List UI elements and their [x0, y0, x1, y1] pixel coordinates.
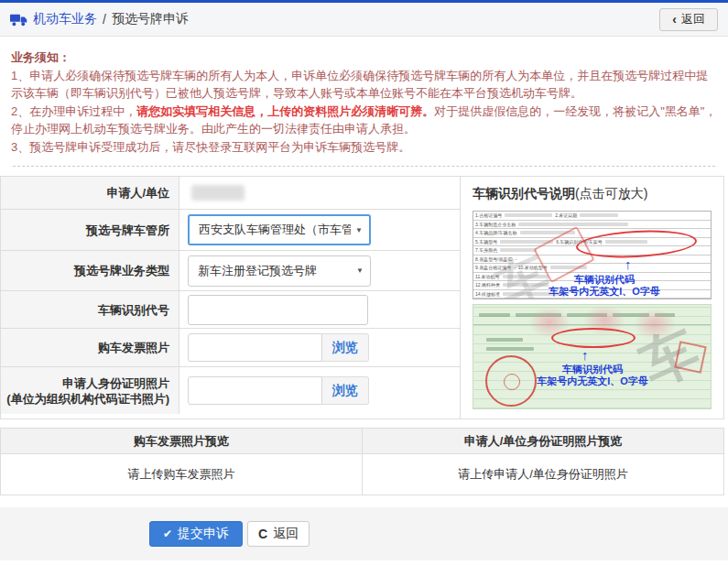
sales-invoice-image: 车 ↑ 车辆识别代码 车架号内无英文I、O字母 — [473, 304, 712, 409]
header-back-label: 返回 — [681, 11, 705, 27]
vin-annotation: 车辆识别代码 车架号内无英文I、O字母 — [499, 274, 710, 297]
breadcrumb-page-title: 预选号牌申诉 — [112, 11, 189, 27]
invoice-preview-placeholder: 请上传购车发票照片 — [1, 454, 363, 495]
submit-appeal-label: 提交申诉 — [178, 526, 229, 542]
notice-item-2-emphasis: 请您如实填写相关信息，上传的资料照片必须清晰可辨。 — [136, 104, 434, 118]
form-row-applicant: 申请人/单位 — [1, 177, 460, 210]
header-back-button[interactable]: ‹ 返回 — [659, 8, 718, 31]
id-photo-label-line2: (单位为组织机构代码证书照片) — [6, 391, 169, 407]
vin-annotation: 车辆识别代码 车架号内无英文I、O字母 — [483, 364, 702, 386]
certificate-field-label: 14.排放标准 — [475, 291, 500, 297]
applicant-label: 申请人/单位 — [1, 177, 179, 209]
certificate-field-value-bar — [580, 213, 618, 217]
vin-example-image[interactable]: 1.合格证编号2.发证日期3.车辆制造企业名称4.车辆品牌/车辆名称5.车辆型号… — [473, 211, 712, 409]
form-row-dmv-office: 预选号牌车管所 西安支队车辆管理处（市车管所 ▼ — [1, 210, 460, 251]
chevron-down-icon: ▼ — [355, 226, 363, 234]
breadcrumb: 机动车业务 / 预选号牌申诉 — [10, 11, 189, 27]
dmv-office-selected-value: 西安支队车辆管理处（市车管所 — [199, 222, 351, 238]
certificate-field-label: 12.燃料种类 — [475, 282, 500, 288]
id-photo-file-input[interactable] — [188, 376, 322, 405]
up-arrow-icon: ↑ — [625, 257, 632, 271]
notice-item-3: 3、预选号牌申诉受理成功后，请尽快登录互联网平台为申诉车辆预选号牌。 — [11, 138, 717, 157]
invoice-photo-browse-button[interactable]: 浏览 — [322, 333, 369, 362]
form-row-vin: 车辆识别代号 — [1, 291, 460, 329]
appeal-form-panel: 申请人/单位 预选号牌车管所 西安支队车辆管理处（市车管所 ▼ 预选号牌业务类型… — [0, 176, 724, 419]
preview-table-body-row: 请上传购车发票照片 请上传申请人/单位身份证明照片 — [1, 454, 723, 495]
submit-appeal-button[interactable]: ✔ 提交申诉 — [149, 521, 243, 547]
vin-panel-title-text: 车辆识别代号说明 — [473, 186, 575, 201]
vin-annotation-line1: 车辆识别代码 — [499, 274, 710, 286]
chevron-left-icon: ‹ — [672, 12, 677, 27]
business-notice: 业务须知： 1、申请人必须确保待预选号牌车辆的所有人为本人，申诉单位必须确保待预… — [0, 37, 728, 167]
notice-title: 业务须知： — [11, 49, 717, 67]
business-type-select[interactable]: 新车注册登记预选号牌 ▼ — [188, 255, 371, 287]
notice-separator — [13, 166, 715, 167]
breadcrumb-section-link[interactable]: 机动车业务 — [33, 11, 97, 27]
up-arrow-icon: ↑ — [581, 348, 589, 362]
vin-explanation-panel: 车辆识别代号说明(点击可放大) 1.合格证编号2.发证日期3.车辆制造企业名称4… — [461, 177, 723, 419]
vin-input[interactable] — [188, 295, 368, 325]
notice-item-2-prefix: 2、在办理申诉过程中， — [11, 104, 136, 118]
dmv-office-select[interactable]: 西安支队车辆管理处（市车管所 ▼ — [188, 214, 371, 245]
action-bar: ✔ 提交申诉 C 返回 — [0, 507, 728, 560]
id-photo-browse-button[interactable]: 浏览 — [322, 376, 369, 405]
certificate-row: 1.合格证编号2.发证日期 — [473, 212, 711, 221]
certificate-field-label: 4.车辆品牌/车辆名称 — [475, 230, 517, 235]
vin-annotation-line2: 车架号内无英文I、O字母 — [499, 286, 710, 298]
return-button[interactable]: C 返回 — [247, 521, 310, 547]
id-preview-placeholder: 请上传申请人/单位身份证明照片 — [363, 454, 723, 495]
certificate-field-value-bar — [505, 213, 552, 217]
form-row-invoice-photo: 购车发票照片 浏览 — [1, 329, 460, 367]
id-photo-label: 申请人身份证明照片 (单位为组织机构代码证书照片) — [1, 367, 179, 414]
certificate-field-label: 7.车身颜色 — [475, 247, 497, 253]
check-icon: ✔ — [163, 527, 172, 540]
invoice-photo-label: 购车发票照片 — [1, 329, 179, 366]
certificate-field-label: 5.车辆型号 — [475, 239, 497, 245]
form-row-business-type: 预选号牌业务类型 新车注册登记预选号牌 ▼ — [1, 251, 460, 291]
vin-annotation-line2: 车架号内无英文I、O字母 — [483, 375, 702, 387]
chevron-down-icon: ▼ — [356, 266, 364, 275]
return-label: 返回 — [273, 526, 299, 542]
id-preview-header: 申请人/单位身份证明照片预览 — [363, 429, 723, 453]
vin-label: 车辆识别代号 — [1, 291, 179, 328]
vin-panel-title-hint: (点击可放大) — [575, 186, 647, 201]
vin-annotation-line1: 车辆识别代码 — [483, 364, 702, 375]
certificate-field-value-bar — [518, 223, 628, 226]
notice-item-2: 2、在办理申诉过程中，请您如实填写相关信息，上传的资料照片必须清晰可辨。对于提供… — [11, 103, 717, 138]
invoice-photo-file-input[interactable] — [188, 333, 322, 362]
refresh-icon: C — [258, 527, 267, 541]
page-header: 机动车业务 / 预选号牌申诉 ‹ 返回 — [0, 3, 728, 37]
photo-preview-table: 购车发票照片预览 申请人/单位身份证明照片预览 请上传购车发票照片 请上传申请人… — [0, 428, 724, 495]
invoice-preview-header: 购车发票照片预览 — [1, 429, 363, 453]
preview-table-header-row: 购车发票照片预览 申请人/单位身份证明照片预览 — [1, 429, 723, 454]
vin-highlight-ellipse — [551, 328, 636, 348]
truck-icon — [10, 13, 27, 27]
form-row-id-photo: 申请人身份证明照片 (单位为组织机构代码证书照片) 浏览 — [1, 367, 460, 414]
business-type-label: 预选号牌业务类型 — [1, 251, 179, 290]
notice-item-1: 1、申请人必须确保待预选号牌车辆的所有人为本人，申诉单位必须确保待预选号牌车辆的… — [11, 67, 717, 103]
business-type-selected-value: 新车注册登记预选号牌 — [198, 263, 352, 279]
certificate-of-conformity-image: 1.合格证编号2.发证日期3.车辆制造企业名称4.车辆品牌/车辆名称5.车辆型号… — [473, 211, 712, 299]
applicant-value-redacted — [191, 185, 244, 201]
certificate-field-label: 2.发证日期 — [555, 212, 577, 218]
vin-panel-title: 车辆识别代号说明(点击可放大) — [473, 186, 712, 202]
certificate-field-label: 1.合格证编号 — [475, 212, 502, 218]
form-fields-column: 申请人/单位 预选号牌车管所 西安支队车辆管理处（市车管所 ▼ 预选号牌业务类型… — [1, 177, 461, 419]
certificate-row: 3.车辆制造企业名称 — [473, 221, 711, 230]
dmv-office-label: 预选号牌车管所 — [1, 210, 179, 250]
certificate-field-label: 3.车辆制造企业名称 — [475, 222, 516, 227]
breadcrumb-divider: / — [103, 12, 106, 27]
id-photo-label-line1: 申请人身份证明照片 — [62, 375, 169, 391]
